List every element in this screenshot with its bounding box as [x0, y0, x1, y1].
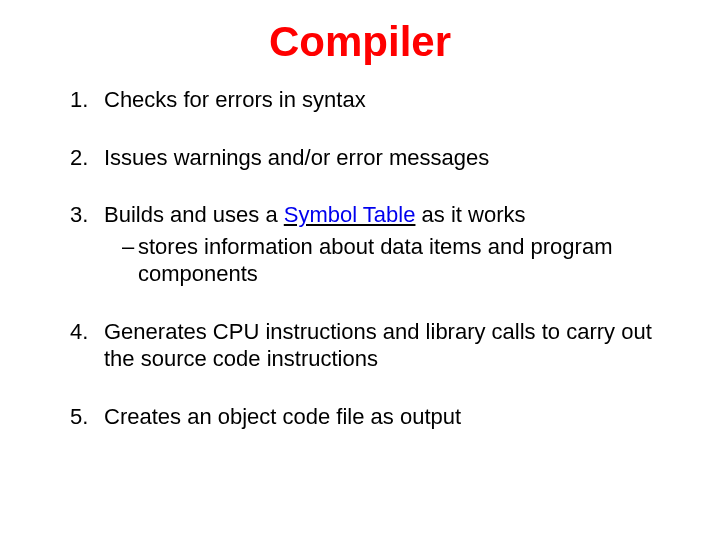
item-text: Generates CPU instructions and library c… — [104, 319, 652, 372]
item-text-prefix: Builds and uses a — [104, 202, 284, 227]
sublist: stores information about data items and … — [104, 233, 670, 288]
slide: Compiler Checks for errors in syntax Iss… — [0, 0, 720, 540]
bullet-list: Checks for errors in syntax Issues warni… — [50, 86, 670, 430]
symbol-table-blue: Symbol Table — [284, 202, 416, 227]
page-title: Compiler — [50, 18, 670, 66]
item-text: Checks for errors in syntax — [104, 87, 366, 112]
list-item: Checks for errors in syntax — [70, 86, 670, 114]
list-item: Creates an object code file as output — [70, 403, 670, 431]
list-item: Issues warnings and/or error messages — [70, 144, 670, 172]
item-text: Creates an object code file as output — [104, 404, 461, 429]
list-item: Generates CPU instructions and library c… — [70, 318, 670, 373]
symbol-table-phrase: Symbol Table — [284, 202, 416, 227]
sublist-text: stores information about data items and … — [138, 234, 612, 287]
list-item: Builds and uses a Symbol Table as it wor… — [70, 201, 670, 288]
item-text-suffix: as it works — [415, 202, 525, 227]
sublist-item: stores information about data items and … — [122, 233, 670, 288]
item-text: Issues warnings and/or error messages — [104, 145, 489, 170]
